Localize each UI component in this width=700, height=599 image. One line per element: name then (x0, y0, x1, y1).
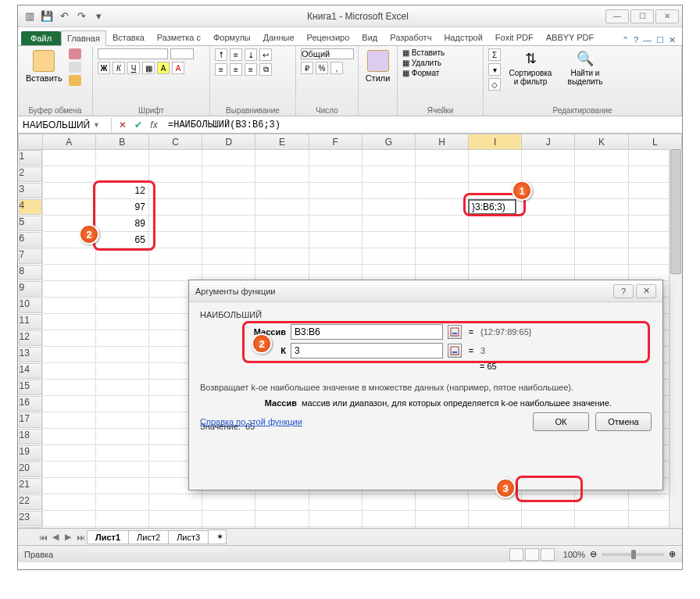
cell[interactable] (95, 347, 148, 363)
cell[interactable] (362, 183, 415, 199)
cell[interactable] (202, 248, 255, 265)
cell[interactable] (415, 494, 468, 511)
cell[interactable] (469, 216, 522, 232)
cell[interactable] (255, 265, 309, 281)
clear-icon[interactable]: ◇ (488, 78, 501, 91)
enter-formula-icon[interactable]: ✔ (132, 119, 145, 130)
save-icon[interactable]: 💾 (40, 9, 54, 23)
row-header[interactable]: 1 (19, 150, 42, 166)
row-header[interactable]: 5 (19, 216, 42, 231)
tab-abbyy[interactable]: ABBYY PDF (540, 30, 601, 45)
cell[interactable] (148, 232, 202, 248)
cell[interactable] (148, 265, 202, 281)
row-header[interactable]: 3 (19, 183, 42, 198)
cell[interactable] (575, 199, 628, 216)
cell[interactable] (469, 265, 522, 281)
cell[interactable] (309, 232, 362, 248)
cell[interactable] (415, 511, 468, 527)
file-tab[interactable]: Файл (21, 31, 61, 45)
cell[interactable] (42, 330, 95, 347)
copy-icon[interactable] (69, 62, 81, 73)
close-button[interactable]: ✕ (655, 9, 679, 23)
row-header[interactable]: 23 (19, 511, 42, 526)
cell[interactable] (255, 248, 309, 265)
cell[interactable] (42, 478, 95, 494)
cell[interactable] (522, 232, 575, 248)
row-header[interactable]: 17 (19, 412, 42, 428)
cell[interactable] (362, 265, 415, 281)
cell[interactable] (202, 232, 255, 248)
fx-icon[interactable]: fx (148, 119, 160, 130)
qat-dropdown-icon[interactable]: ▾ (91, 9, 105, 23)
cell[interactable] (255, 511, 309, 527)
cell[interactable] (95, 396, 148, 412)
collapse-dialog-icon[interactable] (448, 325, 462, 339)
font-color-button[interactable]: A (172, 62, 184, 74)
align-mid-icon[interactable]: ≡ (230, 48, 242, 61)
cell[interactable] (148, 494, 202, 511)
cell[interactable] (575, 232, 628, 248)
cell[interactable] (309, 511, 362, 527)
arg-array-input[interactable] (291, 324, 443, 340)
cell[interactable] (95, 429, 148, 445)
cell[interactable] (415, 265, 468, 281)
col-header[interactable]: E (255, 134, 309, 150)
cell[interactable] (148, 150, 202, 166)
zoom-level[interactable]: 100% (563, 550, 585, 559)
autosum-icon[interactable]: Σ (488, 48, 501, 61)
cell[interactable] (362, 527, 415, 529)
cells-delete-button[interactable]: ▦ Удалить (402, 59, 441, 67)
active-cell-editor[interactable]: }3:B6;3) (468, 199, 516, 215)
col-header[interactable]: J (522, 134, 575, 150)
cell[interactable] (95, 445, 148, 462)
tab-review[interactable]: Рецензиро (301, 30, 356, 45)
row-header[interactable]: 13 (19, 347, 42, 362)
cell[interactable] (415, 232, 468, 248)
cell[interactable] (42, 183, 95, 199)
row-header[interactable]: 4 (19, 199, 42, 215)
cell[interactable] (42, 199, 95, 216)
cell[interactable] (95, 166, 148, 183)
cells-format-button[interactable]: ▦ Формат (402, 69, 439, 77)
paste-button[interactable]: Вставить (23, 48, 66, 84)
wrap-text-icon[interactable]: ↩ (259, 48, 272, 61)
sheet-tab[interactable]: Лист3 (168, 530, 209, 544)
cell[interactable] (522, 527, 575, 529)
tab-developer[interactable]: Разработч (384, 30, 438, 45)
cell[interactable] (309, 248, 362, 265)
cell[interactable] (255, 527, 309, 529)
cell[interactable] (415, 216, 468, 232)
zoom-in-button[interactable]: ⊕ (669, 549, 676, 559)
zoom-slider[interactable] (602, 553, 664, 556)
cell[interactable] (95, 462, 148, 478)
cell[interactable] (42, 445, 95, 462)
cell[interactable] (95, 281, 148, 298)
tab-layout[interactable]: Разметка с (151, 30, 207, 45)
col-header[interactable]: I (469, 134, 522, 150)
font-size-input[interactable] (170, 48, 194, 59)
align-bot-icon[interactable]: ⤓ (245, 48, 257, 61)
new-sheet-button[interactable]: ✶ (208, 529, 227, 544)
cell[interactable] (362, 216, 415, 232)
sheet-nav-next-icon[interactable]: ▶ (62, 532, 74, 542)
child-close-icon[interactable]: ✕ (669, 35, 676, 45)
cell[interactable] (469, 511, 522, 527)
cell[interactable] (522, 199, 575, 216)
dialog-help-button[interactable]: ? (613, 284, 634, 298)
cell[interactable] (415, 527, 468, 529)
cells-insert-button[interactable]: ▦ Вставить (402, 48, 445, 57)
align-top-icon[interactable]: ⤒ (215, 48, 227, 61)
cell[interactable] (415, 150, 468, 166)
cell[interactable] (42, 363, 95, 380)
row-header[interactable]: 2 (19, 166, 42, 182)
zoom-out-button[interactable]: ⊖ (590, 549, 597, 559)
cell[interactable] (255, 183, 309, 199)
help-icon[interactable]: ? (634, 35, 638, 45)
cancel-button[interactable]: Отмена (595, 412, 652, 431)
cell[interactable] (309, 166, 362, 183)
cell[interactable] (42, 511, 95, 527)
cell[interactable] (362, 199, 415, 216)
row-header[interactable]: 20 (19, 462, 42, 477)
cell[interactable] (95, 150, 148, 166)
cell[interactable] (469, 150, 522, 166)
